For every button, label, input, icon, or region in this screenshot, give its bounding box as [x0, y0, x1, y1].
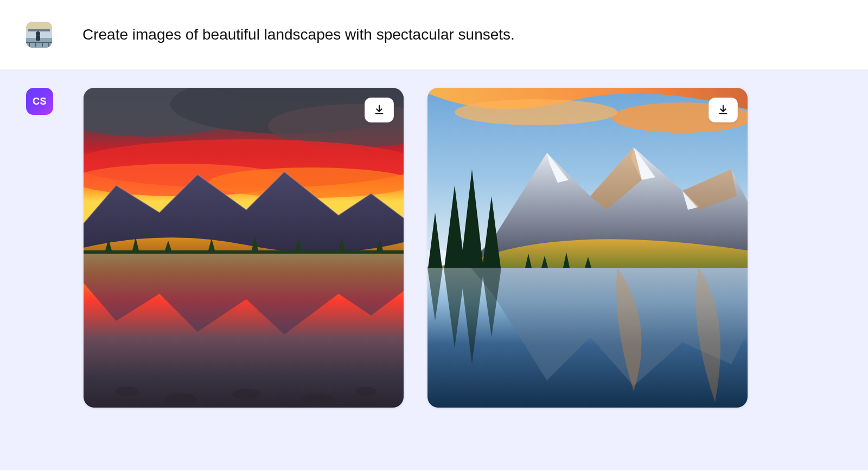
generated-image-grid: [84, 88, 748, 408]
user-avatar: [26, 22, 52, 48]
svg-point-27: [455, 99, 617, 125]
assistant-response-area: CS: [0, 69, 868, 470]
download-icon: [373, 104, 385, 116]
generated-image: [427, 88, 748, 408]
svg-point-24: [355, 387, 376, 396]
download-icon: [717, 104, 729, 116]
generated-image-card[interactable]: [427, 88, 748, 408]
user-message-row: Create images of beautiful landscapes wi…: [0, 0, 868, 69]
generated-image: [84, 88, 404, 408]
generated-image-card[interactable]: [84, 88, 404, 408]
download-button[interactable]: [365, 98, 394, 122]
assistant-avatar: CS: [26, 88, 53, 115]
svg-point-4: [36, 31, 40, 36]
svg-rect-5: [36, 35, 40, 41]
svg-point-22: [232, 389, 260, 399]
svg-rect-2: [26, 22, 52, 29]
svg-rect-3: [28, 29, 50, 31]
download-button[interactable]: [709, 98, 738, 122]
svg-point-20: [115, 386, 139, 396]
svg-point-21: [165, 393, 197, 405]
svg-point-23: [298, 395, 335, 408]
user-prompt-text: Create images of beautiful landscapes wi…: [82, 25, 515, 44]
assistant-badge-text: CS: [33, 96, 47, 107]
